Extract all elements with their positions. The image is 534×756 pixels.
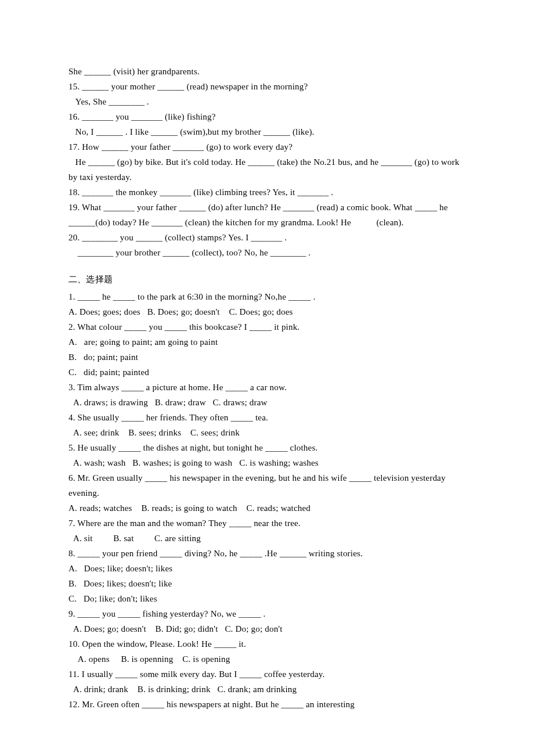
mc-options: A. Does; go; doesn't B. Did; go; didn't … [68,621,466,636]
fill-in-line: ________ your brother ______ (collect), … [68,245,466,260]
fill-in-line: Yes, She ________ . [68,94,466,109]
fill-in-section: She ______ (visit) her grandparents. 15.… [68,64,466,260]
mc-options: A. sit B. sat C. are sitting [68,531,466,546]
fill-in-line: He ______ (go) by bike. But it's cold to… [68,154,466,185]
mc-options: A. wash; wash B. washes; is going to was… [68,455,466,470]
mc-question: 7. Where are the man and the woman? They… [68,516,466,531]
fill-in-line: 16. _______ you _______ (like) fishing? [68,109,466,124]
fill-in-line: She ______ (visit) her grandparents. [68,64,466,79]
mc-question: 12. Mr. Green often _____ his newspapers… [68,697,466,712]
mc-question: 3. Tim always _____ a picture at home. H… [68,380,466,395]
mc-option: A. Does; like; doesn't; likes [68,561,466,576]
mc-option: B. Does; likes; doesn't; like [68,576,466,591]
mc-option: A. are; going to paint; am going to pain… [68,334,466,350]
worksheet-page: She ______ (visit) her grandparents. 15.… [0,0,534,756]
mc-options: A. drink; drank B. is drinking; drink C.… [68,682,466,697]
section-heading: 二、选择题 [68,272,466,287]
mc-question: 2. What colour _____ you _____ this book… [68,319,466,334]
fill-in-line: 18. _______ the monkey _______ (like) cl… [68,185,466,200]
fill-in-line: 17. How ______ your father _______ (go) … [68,139,466,154]
mc-question: 8. _____ your pen friend _____ diving? N… [68,546,466,561]
mc-question: 4. She usually _____ her friends. They o… [68,410,466,425]
multiple-choice-section: 1. _____ he _____ to the park at 6:30 in… [68,289,466,712]
mc-options: A. opens B. is openning C. is opening [68,651,466,667]
mc-options: A. see; drink B. sees; drinks C. sees; d… [68,425,466,440]
mc-option: B. do; paint; paint [68,350,466,365]
mc-question: 11. I usually _____ some milk every day.… [68,667,466,682]
fill-in-line: 20. ________ you ______ (collect) stamps… [68,230,466,245]
mc-question: 5. He usually _____ the dishes at night,… [68,440,466,455]
mc-question: 10. Open the window, Please. Look! He __… [68,636,466,651]
mc-options: A. draws; is drawing B. draw; draw C. dr… [68,395,466,410]
mc-question: 1. _____ he _____ to the park at 6:30 in… [68,289,466,304]
fill-in-line: 19. What _______ your father ______ (do)… [68,200,466,230]
fill-in-line: No, I ______ . I like ______ (swim),but … [68,124,466,139]
mc-question: 6. Mr. Green usually _____ his newspaper… [68,470,466,501]
mc-option: C. did; paint; painted [68,365,466,380]
mc-option: C. Do; like; don't; likes [68,591,466,606]
mc-options: A. Does; goes; does B. Does; go; doesn't… [68,304,466,319]
fill-in-line: 15. ______ your mother ______ (read) new… [68,79,466,94]
mc-options: A. reads; watches B. reads; is going to … [68,501,466,516]
mc-question: 9. _____ you _____ fishing yesterday? No… [68,606,466,621]
